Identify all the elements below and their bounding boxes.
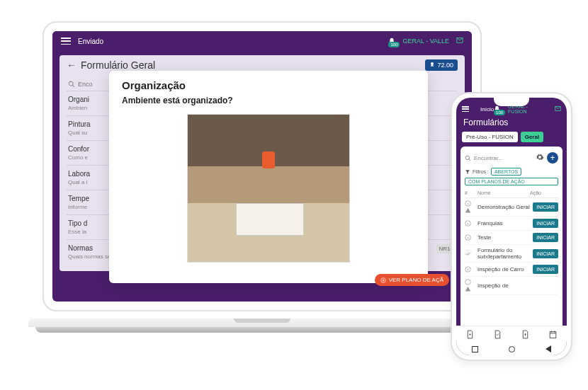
col-action: Ação bbox=[530, 190, 558, 195]
filter-chip-plans[interactable]: COM PLANOS DE AÇÃO bbox=[465, 178, 558, 185]
row-name: Franquias bbox=[477, 220, 533, 226]
menu-icon[interactable] bbox=[462, 106, 469, 112]
modal-title: Organização bbox=[122, 79, 415, 91]
warning-icon bbox=[465, 286, 471, 292]
double-check-icon bbox=[465, 251, 471, 257]
envelope-icon[interactable] bbox=[456, 37, 463, 45]
modal-image bbox=[187, 114, 350, 263]
svg-point-0 bbox=[431, 62, 434, 65]
table-row: Demonstração Geral INICIAR bbox=[465, 198, 558, 217]
phone-device: Início 100 GERAL - FUSION Formulários Pr… bbox=[451, 92, 572, 361]
android-nav bbox=[456, 343, 567, 355]
tab-preuse[interactable]: Pré-Uso - FUSION bbox=[462, 132, 518, 142]
col-num: # bbox=[465, 190, 477, 195]
medal-icon bbox=[429, 62, 435, 69]
filter-label: Filtros : bbox=[473, 169, 489, 174]
table-row: Inspeção de bbox=[465, 277, 558, 295]
table-row: Franquias INICIAR bbox=[465, 217, 558, 231]
filter-icon bbox=[465, 169, 470, 175]
search-row: Encontrar... + bbox=[465, 151, 558, 168]
calendar-icon[interactable] bbox=[548, 330, 558, 339]
home-label[interactable]: Início bbox=[480, 106, 494, 113]
bell-icon[interactable]: 100 bbox=[388, 38, 395, 45]
svg-rect-7 bbox=[550, 332, 556, 338]
tab-bar: Pré-Uso - FUSION Geral bbox=[456, 132, 567, 147]
laptop-app: Enviado 100 GERAL - VALLE ← Formulário G… bbox=[52, 31, 472, 302]
search-icon bbox=[465, 155, 471, 161]
gear-icon[interactable] bbox=[536, 153, 544, 163]
envelope-icon[interactable] bbox=[555, 105, 561, 113]
doc-upload-icon[interactable] bbox=[521, 330, 530, 339]
view-action-plan-button[interactable]: VER PLANO DE AÇÃ bbox=[375, 274, 449, 286]
laptop-screen: Enviado 100 GERAL - VALLE ← Formulário G… bbox=[43, 21, 482, 311]
phone-notch bbox=[494, 98, 529, 106]
info-icon bbox=[465, 220, 471, 226]
row-name: Demonstração Geral bbox=[477, 204, 533, 210]
filter-chip-open[interactable]: ABERTOS bbox=[491, 168, 521, 176]
bottom-bar bbox=[456, 326, 567, 343]
svg-point-6 bbox=[465, 280, 471, 285]
info-icon bbox=[465, 279, 471, 285]
nav-back-icon[interactable] bbox=[545, 345, 551, 352]
start-button[interactable]: INICIAR bbox=[533, 249, 558, 258]
info-icon bbox=[465, 200, 471, 207]
phone-app: Início 100 GERAL - FUSION Formulários Pr… bbox=[456, 98, 567, 355]
table-header: # Nome Ação bbox=[465, 188, 558, 198]
add-button[interactable]: + bbox=[547, 152, 558, 164]
laptop-base bbox=[28, 319, 496, 354]
tab-geral[interactable]: Geral bbox=[521, 132, 543, 142]
search-input[interactable]: Encontrar... bbox=[474, 155, 533, 161]
start-button[interactable]: INICIAR bbox=[533, 219, 558, 228]
question-modal: Organização Ambiente está organizado? VE… bbox=[109, 71, 428, 283]
row-name: Formulário do subdepartamento bbox=[477, 247, 533, 260]
plus-circle-icon bbox=[380, 277, 386, 283]
row-name: Teste bbox=[477, 234, 533, 241]
info-icon bbox=[465, 234, 471, 241]
filter-row: Filtros : ABERTOS COM PLANOS DE AÇÃO bbox=[465, 168, 558, 188]
bell-icon[interactable]: 100 bbox=[494, 105, 501, 113]
start-button[interactable]: INICIAR bbox=[533, 233, 558, 242]
col-name: Nome bbox=[477, 190, 530, 195]
nav-home-icon[interactable] bbox=[509, 346, 515, 352]
phone-page-title: Formulários bbox=[456, 115, 567, 132]
info-icon bbox=[465, 266, 471, 273]
notification-badge: 100 bbox=[494, 110, 505, 115]
forms-card: Encontrar... + Filtros : ABERTOS COM PLA… bbox=[460, 147, 562, 333]
search-icon bbox=[68, 81, 75, 88]
app-header: Enviado 100 GERAL - VALLE bbox=[52, 31, 472, 51]
score-chip: 72.00 bbox=[425, 59, 458, 71]
breadcrumb: Enviado bbox=[78, 38, 103, 45]
search-placeholder: Enco bbox=[78, 81, 93, 88]
start-button[interactable]: INICIAR bbox=[533, 202, 558, 212]
start-button[interactable]: INICIAR bbox=[533, 265, 558, 274]
row-name: Inspeção de Carro bbox=[477, 266, 533, 273]
nav-recent-icon[interactable] bbox=[472, 346, 478, 352]
score-value: 72.00 bbox=[437, 62, 453, 69]
table-row: Formulário do subdepartamento INICIAR bbox=[465, 245, 558, 263]
row-name: Inspeção de bbox=[477, 282, 558, 289]
notification-badge: 100 bbox=[388, 42, 400, 47]
modal-question: Ambiente está organizado? bbox=[122, 96, 415, 105]
menu-icon[interactable] bbox=[61, 38, 71, 45]
laptop-device: Enviado 100 GERAL - VALLE ← Formulário G… bbox=[28, 21, 496, 354]
doc-check-icon[interactable] bbox=[493, 330, 502, 339]
user-label[interactable]: GERAL - VALLE bbox=[402, 38, 449, 45]
warning-icon bbox=[465, 207, 471, 214]
table-row: Teste INICIAR bbox=[465, 231, 558, 245]
doc-add-icon[interactable] bbox=[465, 330, 475, 339]
table-row: Inspeção de Carro INICIAR bbox=[465, 263, 558, 277]
page-title: Formulário Geral bbox=[81, 59, 155, 71]
back-arrow-icon[interactable]: ← bbox=[67, 59, 77, 71]
